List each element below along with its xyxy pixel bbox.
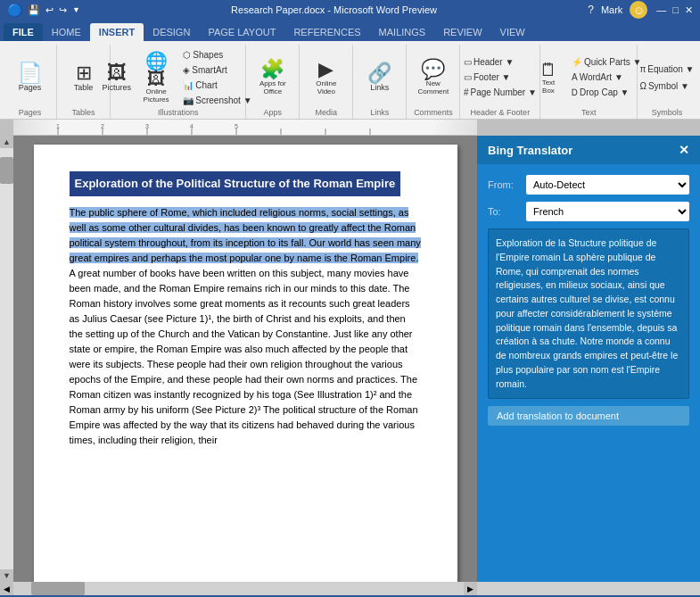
table-icon: ⊞ <box>76 63 92 83</box>
h-scroll-thumb[interactable] <box>31 582 85 595</box>
mark-label: Mark <box>601 4 622 15</box>
tab-home[interactable]: HOME <box>43 23 90 41</box>
drop-cap-label: Drop Cap ▼ <box>580 87 629 97</box>
tab-design[interactable]: DESIGN <box>144 23 199 41</box>
new-comment-button[interactable]: 💬 NewComment <box>415 58 453 97</box>
tab-file[interactable]: FILE <box>4 23 43 41</box>
symbols-buttons: π Equation ▼ Ω Symbol ▼ <box>636 46 697 108</box>
apps-group-label: Apps <box>264 108 283 119</box>
table-button[interactable]: ⊞ Table <box>68 62 100 94</box>
ribbon-group-symbols: π Equation ▼ Ω Symbol ▼ Symbols <box>638 45 696 119</box>
scroll-thumb[interactable] <box>0 157 13 184</box>
wordart-icon: A <box>572 72 578 82</box>
pages-icon: 📄 <box>18 63 42 83</box>
screenshot-button[interactable]: 📷 Screenshot ▼ <box>179 94 255 107</box>
tab-view[interactable]: VIEW <box>491 23 534 41</box>
tables-group-label: Tables <box>71 108 95 119</box>
tab-references[interactable]: REFERENCES <box>284 23 369 41</box>
links-buttons: 🔗 Links <box>364 46 396 108</box>
chart-label: Chart <box>195 80 217 90</box>
shapes-button[interactable]: ⬡ Shapes <box>179 48 255 62</box>
symbol-button[interactable]: Ω Symbol ▼ <box>636 79 697 93</box>
qat-redo[interactable]: ↪ <box>59 4 67 16</box>
new-comment-label: NewComment <box>418 79 449 95</box>
window-controls: ? Mark ☺ — □ ✕ <box>588 1 693 19</box>
tab-insert[interactable]: INSERT <box>90 23 144 41</box>
equation-button[interactable]: π Equation ▼ <box>636 62 697 76</box>
wordart-button[interactable]: A WordArt ▼ <box>568 70 645 84</box>
symbol-icon: Ω <box>639 81 646 91</box>
svg-text:2: 2 <box>101 123 104 129</box>
translator-panel: Bing Translator ✕ From: Auto-Detect Engl… <box>477 136 700 582</box>
links-button[interactable]: 🔗 Links <box>364 62 396 94</box>
title-bar-left: 🔵 💾 ↩ ↪ ▼ <box>7 3 80 17</box>
online-pictures-button[interactable]: 🌐🖼 OnlinePictures <box>136 50 177 105</box>
close-btn[interactable]: ✕ <box>685 4 693 16</box>
translator-header: Bing Translator ✕ <box>477 136 700 164</box>
quick-parts-button[interactable]: ⚡ Quick Parts ▼ <box>568 55 645 69</box>
tab-mailings[interactable]: MAILINGS <box>370 23 435 41</box>
document-paragraph-1: The public sphere of Rome, which include… <box>70 205 422 449</box>
tab-page-layout[interactable]: PAGE LAYOUT <box>199 23 284 41</box>
comments-buttons: 💬 NewComment <box>415 46 453 108</box>
comments-group-label: Comments <box>414 108 453 119</box>
translator-from-label: From: <box>488 179 519 190</box>
h-scroll-left[interactable]: ◀ <box>0 582 13 595</box>
drop-cap-button[interactable]: Ꭰ Drop Cap ▼ <box>568 86 645 100</box>
header-label: Header ▼ <box>474 57 514 67</box>
text-box-icon: 🗒 <box>539 61 557 79</box>
page-number-label: Page Number ▼ <box>470 87 536 97</box>
left-scrollbar[interactable]: ▲ ▼ <box>0 136 13 582</box>
footer-button[interactable]: ▭ Footer ▼ <box>460 70 540 84</box>
translator-body: From: Auto-Detect English Spanish French… <box>477 164 700 436</box>
scroll-up-arrow[interactable]: ▲ <box>1 136 12 148</box>
illustrations-group-label: Illustrations <box>158 108 199 119</box>
translator-from-select[interactable]: Auto-Detect English Spanish French Germa… <box>526 175 689 195</box>
qat-save[interactable]: 💾 <box>28 4 40 16</box>
pictures-icon: 🖼 <box>107 63 127 83</box>
online-video-button[interactable]: ▶ OnlineVideo <box>310 58 342 97</box>
svg-text:4: 4 <box>190 123 194 129</box>
header-footer-group-label: Header & Footer <box>471 108 531 119</box>
apps-label: Apps forOffice <box>259 79 286 95</box>
h-scroll-track[interactable] <box>13 582 464 595</box>
translator-close-button[interactable]: ✕ <box>679 143 689 157</box>
pages-buttons: 📄 Pages <box>14 46 46 108</box>
illustrations-buttons: 🖼 Pictures 🌐🖼 OnlinePictures ⬡ Shapes ◈ … <box>101 46 256 108</box>
tables-buttons: ⊞ Table <box>68 46 100 108</box>
help-icon[interactable]: ? <box>588 4 594 16</box>
online-video-label: OnlineVideo <box>316 79 336 95</box>
header-button[interactable]: ▭ Header ▼ <box>460 55 540 69</box>
chart-button[interactable]: 📊 Chart <box>179 79 255 92</box>
translator-to-select[interactable]: French Spanish English German Italian <box>526 202 689 221</box>
drop-cap-icon: Ꭰ <box>572 87 578 98</box>
translator-to-row: To: French Spanish English German Italia… <box>488 202 689 221</box>
qat-customize[interactable]: ▼ <box>72 5 80 14</box>
scroll-track[interactable] <box>0 148 13 569</box>
window-title: Research Paper.docx - Microsoft Word Pre… <box>80 4 588 15</box>
qat-undo[interactable]: ↩ <box>45 4 54 16</box>
translator-add-button[interactable]: Add translation to document <box>488 406 689 426</box>
smartart-button[interactable]: ◈ SmartArt <box>179 63 255 77</box>
pictures-button[interactable]: 🖼 Pictures <box>101 62 133 94</box>
pages-button[interactable]: 📄 Pages <box>14 62 46 94</box>
scroll-down-arrow[interactable]: ▼ <box>1 569 12 582</box>
shapes-label: Shapes <box>193 50 223 60</box>
media-group-label: Media <box>316 108 338 119</box>
document[interactable]: Exploration of the Political Structure o… <box>34 145 457 582</box>
translator-to-label: To: <box>488 206 519 217</box>
doc-area: ▲ ▼ Exploration of the Political Structu… <box>0 136 700 582</box>
maximize-btn[interactable]: □ <box>672 4 679 15</box>
apps-button[interactable]: 🧩 Apps forOffice <box>256 58 290 97</box>
text-box-button[interactable]: 🗒 TextBox <box>532 59 564 96</box>
page-number-button[interactable]: # Page Number ▼ <box>460 86 540 99</box>
pages-label: Pages <box>19 83 42 92</box>
ribbon-group-links: 🔗 Links Links <box>353 45 407 119</box>
minimize-btn[interactable]: — <box>656 4 666 15</box>
symbols-group-label: Symbols <box>652 108 683 119</box>
ribbon-group-header-footer: ▭ Header ▼ ▭ Footer ▼ # Page Number ▼ He… <box>460 45 540 119</box>
translator-output: Exploration de la Structure politique de… <box>488 228 689 399</box>
h-scroll-right[interactable]: ▶ <box>464 582 477 595</box>
tab-review[interactable]: REVIEW <box>434 23 490 41</box>
svg-text:5: 5 <box>235 123 238 129</box>
